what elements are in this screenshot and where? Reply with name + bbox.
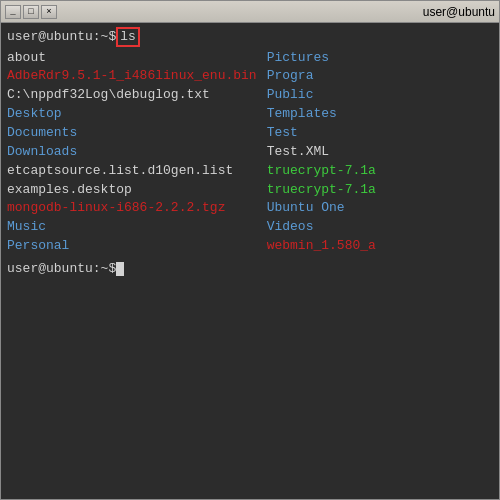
list-item: Public bbox=[267, 86, 493, 105]
first-prompt: user@ubuntu:~$ bbox=[7, 28, 116, 46]
titlebar: _ □ × user@ubuntu bbox=[1, 1, 499, 23]
last-prompt-line: user@ubuntu:~$ bbox=[7, 260, 493, 278]
window-title: user@ubuntu bbox=[423, 5, 495, 19]
list-item: mongodb-linux-i686-2.2.2.tgz bbox=[7, 199, 257, 218]
list-item: Pictures bbox=[267, 49, 493, 68]
cursor bbox=[116, 262, 124, 276]
right-column: PicturesPrograPublicTemplatesTestTest.XM… bbox=[257, 49, 493, 256]
list-item: truecrypt-7.1a bbox=[267, 181, 493, 200]
left-column: aboutAdbeRdr9.5.1-1_i486linux_enu.binC:\… bbox=[7, 49, 257, 256]
list-item: Personal bbox=[7, 237, 257, 256]
list-item: Desktop bbox=[7, 105, 257, 124]
list-item: about bbox=[7, 49, 257, 68]
list-item: Videos bbox=[267, 218, 493, 237]
list-item: webmin_1.580_a bbox=[267, 237, 493, 256]
list-item: Documents bbox=[7, 124, 257, 143]
terminal-body[interactable]: user@ubuntu:~$ ls aboutAdbeRdr9.5.1-1_i4… bbox=[1, 23, 499, 499]
ls-command: ls bbox=[116, 27, 140, 47]
ls-output: aboutAdbeRdr9.5.1-1_i486linux_enu.binC:\… bbox=[7, 49, 493, 256]
list-item: Downloads bbox=[7, 143, 257, 162]
terminal-window: _ □ × user@ubuntu user@ubuntu:~$ ls abou… bbox=[0, 0, 500, 500]
list-item: Ubuntu One bbox=[267, 199, 493, 218]
last-prompt: user@ubuntu:~$ bbox=[7, 260, 116, 278]
list-item: Test.XML bbox=[267, 143, 493, 162]
list-item: Test bbox=[267, 124, 493, 143]
titlebar-buttons: _ □ × bbox=[5, 5, 57, 19]
maximize-button[interactable]: □ bbox=[23, 5, 39, 19]
list-item: etcaptsource.list.d10gen.list bbox=[7, 162, 257, 181]
list-item: Progra bbox=[267, 67, 493, 86]
list-item: Templates bbox=[267, 105, 493, 124]
list-item: C:\nppdf32Log\debuglog.txt bbox=[7, 86, 257, 105]
list-item: AdbeRdr9.5.1-1_i486linux_enu.bin bbox=[7, 67, 257, 86]
list-item: Music bbox=[7, 218, 257, 237]
minimize-button[interactable]: _ bbox=[5, 5, 21, 19]
first-command-line: user@ubuntu:~$ ls bbox=[7, 27, 493, 47]
list-item: examples.desktop bbox=[7, 181, 257, 200]
list-item: truecrypt-7.1a bbox=[267, 162, 493, 181]
close-button[interactable]: × bbox=[41, 5, 57, 19]
